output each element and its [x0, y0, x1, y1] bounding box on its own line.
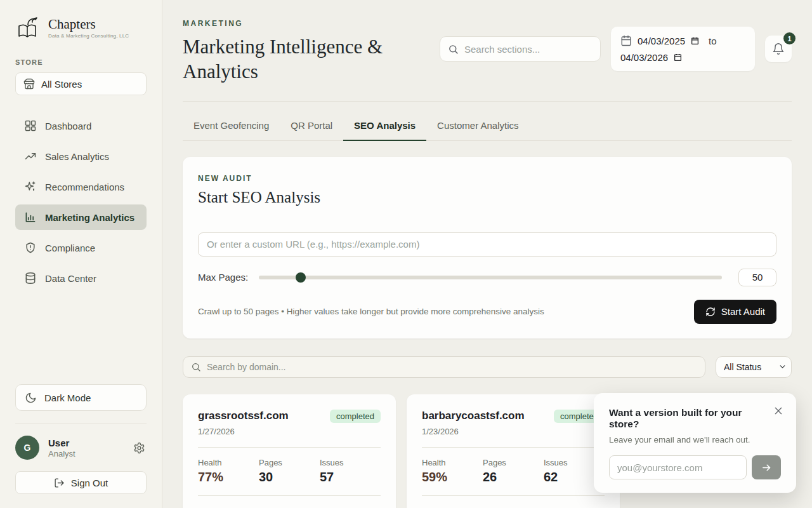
sidebar-item-sales-analytics[interactable]: Sales Analytics [15, 144, 147, 169]
moon-icon [25, 392, 37, 404]
card-divider [198, 495, 381, 496]
header-divider [183, 101, 792, 102]
popup-submit-button[interactable] [752, 455, 781, 479]
pages-value: 30 [259, 470, 320, 485]
trending-up-icon [24, 150, 37, 163]
popup-email-input[interactable] [609, 455, 747, 479]
audit-date: 1/23/2026 [422, 427, 605, 436]
brand-name: Chapters [48, 17, 129, 32]
sidebar-item-compliance[interactable]: Compliance [15, 235, 147, 260]
popup-description: Leave your email and we'll reach out. [609, 435, 781, 444]
date-range-picker: 04/03/2025 to 04/03/2026 [611, 27, 755, 71]
audit-result-card[interactable]: grassrootssf.com completed 1/27/2026 Hea… [183, 394, 396, 508]
date-from-input[interactable]: 04/03/2025 [638, 36, 685, 46]
audit-domain: barbarycoastsf.com [422, 410, 525, 422]
page-header: MARKETING Marketing Intelligence & Analy… [183, 19, 792, 84]
sidebar-item-dashboard[interactable]: Dashboard [15, 113, 147, 138]
user-name: User [48, 438, 123, 448]
sign-out-label: Sign Out [71, 478, 108, 488]
notification-badge: 1 [783, 32, 796, 44]
notifications-button[interactable]: 1 [765, 36, 792, 62]
domain-search-input[interactable] [207, 362, 697, 372]
sidebar-item-label: Compliance [45, 243, 95, 253]
dark-mode-label: Dark Mode [44, 392, 91, 403]
max-pages-label: Max Pages: [198, 272, 259, 283]
slider-thumb[interactable] [296, 272, 306, 283]
status-filter-select[interactable]: All Status [716, 356, 792, 378]
sidebar-item-label: Sales Analytics [45, 151, 109, 162]
new-audit-eyebrow: NEW AUDIT [198, 174, 776, 183]
tab-event-geofencing[interactable]: Event Geofencing [183, 114, 280, 141]
dashboard-grid-icon [24, 119, 37, 132]
search-icon [191, 362, 201, 372]
card-divider [422, 447, 605, 448]
calendar-icon [620, 35, 632, 46]
sidebar-item-marketing-analytics[interactable]: Marketing Analytics [15, 204, 147, 230]
sidebar-nav: Dashboard Sales Analytics Recommendation… [15, 113, 147, 291]
store-icon [23, 78, 35, 90]
sidebar-item-label: Marketing Analytics [45, 212, 134, 223]
avatar: G [15, 436, 39, 460]
tab-qr-portal[interactable]: QR Portal [280, 114, 343, 141]
sections-search[interactable] [440, 36, 601, 62]
max-pages-slider[interactable] [259, 272, 722, 283]
store-selector-button[interactable]: All Stores [15, 72, 147, 95]
slider-track [259, 276, 722, 279]
email-capture-popup: Want a version built for your store? Lea… [594, 393, 796, 493]
sidebar-item-label: Dashboard [45, 121, 91, 131]
status-badge: completed [330, 410, 381, 423]
start-audit-label: Start Audit [721, 306, 765, 317]
user-role: Analyst [48, 449, 123, 458]
popup-title: Want a version built for your store? [609, 407, 768, 431]
date-picker-icon[interactable] [691, 37, 699, 45]
book-logo-icon [15, 15, 41, 41]
page-title: Marketing Intelligence & Analytics [183, 34, 440, 84]
popup-close-button[interactable] [773, 406, 783, 416]
sidebar-item-label: Data Center [45, 273, 96, 284]
new-audit-card: NEW AUDIT Start SEO Analysis Max Pages: … [183, 157, 792, 338]
bar-chart-icon [24, 211, 37, 224]
sign-out-button[interactable]: Sign Out [15, 471, 147, 494]
stat-label: Pages [483, 458, 544, 467]
date-picker-icon[interactable] [674, 53, 682, 62]
bell-icon [772, 43, 785, 55]
sidebar-divider [15, 424, 147, 424]
sidebar-item-label: Recommendations [45, 182, 124, 192]
tab-bar: Event Geofencing QR Portal SEO Analysis … [183, 114, 792, 141]
brand-tagline: Data & Marketing Consulting, LLC [48, 33, 129, 39]
sidebar-item-data-center[interactable]: Data Center [15, 265, 147, 291]
user-row: G User Analyst [15, 436, 147, 460]
health-value: 59% [422, 470, 483, 485]
date-to-input[interactable]: 04/03/2026 [620, 52, 668, 63]
stat-label: Health [198, 458, 259, 467]
new-audit-title: Start SEO Analysis [198, 189, 776, 206]
section-eyebrow: MARKETING [183, 19, 440, 28]
issues-value: 57 [320, 470, 381, 485]
start-audit-button[interactable]: Start Audit [694, 300, 776, 324]
database-icon [24, 272, 37, 284]
sections-search-input[interactable] [464, 44, 593, 55]
sparkles-icon [24, 180, 37, 193]
search-icon [448, 44, 459, 55]
date-separator: to [709, 36, 717, 46]
card-divider [198, 447, 381, 448]
settings-button[interactable] [132, 441, 147, 455]
audit-date: 1/27/2026 [198, 427, 381, 436]
tab-seo-analysis[interactable]: SEO Analysis [343, 114, 426, 141]
custom-url-input[interactable] [198, 232, 776, 257]
audit-result-card[interactable]: barbarycoastsf.com completed 1/23/2026 H… [407, 394, 620, 508]
sidebar-item-recommendations[interactable]: Recommendations [15, 174, 147, 199]
audit-filter-row: All Status [183, 356, 792, 378]
arrow-right-icon [761, 462, 772, 473]
dark-mode-toggle[interactable]: Dark Mode [15, 384, 147, 411]
log-out-icon [54, 478, 65, 488]
brand: Chapters Data & Marketing Consulting, LL… [15, 15, 147, 41]
store-section-label: STORE [15, 58, 147, 66]
max-pages-value-input[interactable] [738, 269, 776, 286]
domain-search[interactable] [183, 356, 705, 378]
refresh-icon [705, 307, 716, 317]
tab-customer-analytics[interactable]: Customer Analytics [426, 114, 529, 141]
store-selector-label: All Stores [41, 79, 82, 90]
card-divider [422, 495, 605, 496]
stat-label: Issues [320, 458, 381, 467]
